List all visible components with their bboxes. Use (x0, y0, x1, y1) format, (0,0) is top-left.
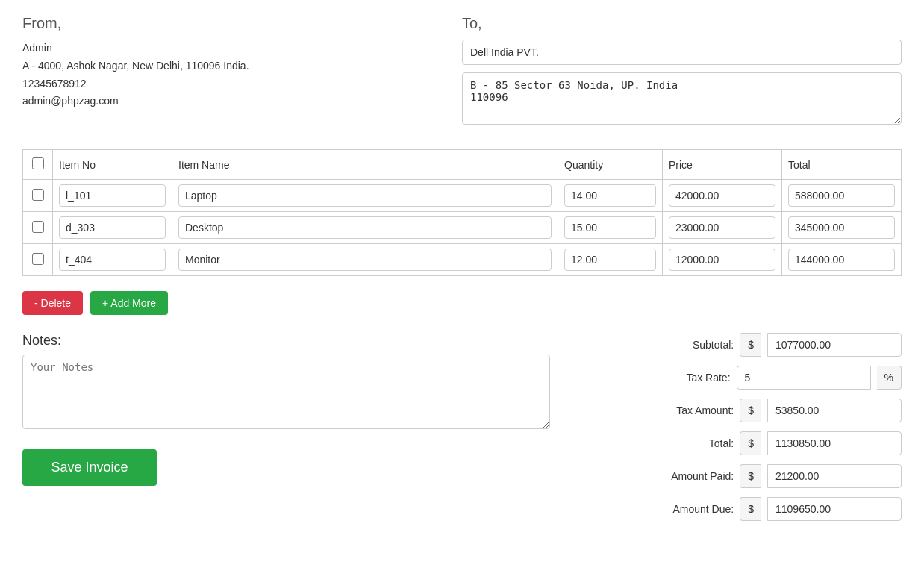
amountdue-input[interactable] (767, 497, 902, 521)
table-row (23, 180, 902, 212)
taxrate-percent: % (877, 366, 902, 390)
amountdue-currency: $ (740, 497, 761, 521)
add-more-button[interactable]: + Add More (90, 291, 168, 315)
row-itemno-1[interactable] (59, 216, 166, 239)
delete-button[interactable]: - Delete (22, 291, 83, 315)
row-total-2[interactable] (788, 249, 895, 271)
from-phone: 12345678912 (22, 75, 418, 93)
taxamount-input[interactable] (767, 399, 902, 422)
to-label: To, (462, 15, 902, 32)
taxrate-input[interactable] (737, 366, 871, 390)
row-itemname-0[interactable] (178, 184, 552, 207)
amountpaid-input[interactable] (767, 464, 902, 488)
table-row (23, 244, 902, 276)
amountdue-label: Amount Due: (652, 503, 734, 515)
from-email: admin@phpzag.com (22, 93, 418, 110)
taxamount-currency: $ (740, 399, 761, 422)
amountpaid-label: Amount Paid: (652, 470, 734, 482)
taxamount-label: Tax Amount: (652, 405, 734, 416)
row-itemno-2[interactable] (59, 249, 166, 271)
subtotal-label: Subtotal: (652, 339, 734, 351)
row-qty-1[interactable] (564, 216, 656, 239)
row-itemname-2[interactable] (178, 249, 552, 271)
col-header-total: Total (782, 150, 902, 180)
totals-section: Subtotal: $ Tax Rate: % Tax Amount: $ To… (585, 333, 902, 530)
row-qty-2[interactable] (564, 249, 656, 271)
row-total-0[interactable] (788, 184, 895, 207)
row-itemname-1[interactable] (178, 216, 552, 239)
from-address: A - 4000, Ashok Nagar, New Delhi, 110096… (22, 57, 418, 75)
notes-section: Notes: Save Invoice (22, 333, 550, 486)
notes-textarea[interactable] (22, 355, 550, 429)
to-company-input[interactable] (462, 40, 902, 65)
from-label: From, (22, 15, 418, 32)
row-price-0[interactable] (669, 184, 775, 207)
notes-label: Notes: (22, 333, 550, 349)
row-checkbox-2[interactable] (32, 253, 44, 265)
row-checkbox-0[interactable] (32, 189, 44, 201)
save-invoice-button[interactable]: Save Invoice (22, 449, 157, 486)
amountpaid-currency: $ (740, 464, 761, 488)
taxrate-label: Tax Rate: (649, 372, 731, 384)
total-label: Total: (652, 437, 734, 449)
from-name: Admin (22, 40, 418, 57)
table-row (23, 212, 902, 244)
subtotal-currency: $ (740, 333, 761, 357)
total-currency: $ (740, 431, 761, 455)
invoice-table: Item No Item Name Quantity Price Total (22, 149, 902, 276)
select-all-checkbox[interactable] (32, 157, 44, 169)
col-header-price: Price (663, 150, 782, 180)
row-total-1[interactable] (788, 216, 895, 239)
col-header-quantity: Quantity (558, 150, 663, 180)
col-header-itemname: Item Name (172, 150, 558, 180)
row-checkbox-1[interactable] (32, 221, 44, 233)
subtotal-input[interactable] (767, 333, 902, 357)
col-header-itemno: Item No (53, 150, 172, 180)
table-actions: - Delete + Add More (22, 291, 902, 315)
row-price-2[interactable] (669, 249, 775, 271)
total-input[interactable] (767, 431, 902, 455)
to-address-input[interactable] (462, 72, 902, 125)
row-price-1[interactable] (669, 216, 775, 239)
invoice-table-section: Item No Item Name Quantity Price Total (22, 149, 902, 276)
row-qty-0[interactable] (564, 184, 656, 207)
row-itemno-0[interactable] (59, 184, 166, 207)
